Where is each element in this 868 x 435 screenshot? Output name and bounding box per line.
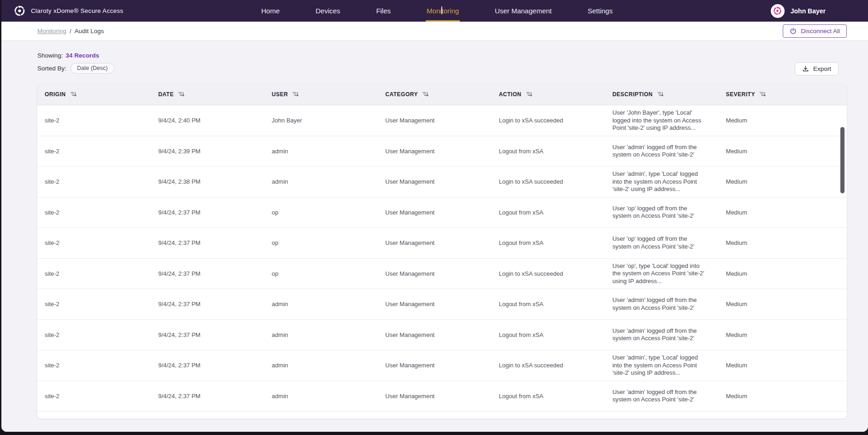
- description-text: User 'op', type 'Local' logged into the …: [612, 262, 705, 285]
- cell-description: User 'admin', type 'Local' logged into t…: [612, 170, 726, 193]
- cell-description: User 'admin', type 'Local' logged into t…: [612, 354, 726, 377]
- user-name: John Bayer: [791, 7, 826, 15]
- description-text: User 'admin' logged off from the system …: [612, 389, 705, 404]
- power-icon: [790, 28, 797, 35]
- nav-item-user-management[interactable]: User Management: [494, 0, 552, 22]
- nav-item-label: User Management: [495, 7, 551, 15]
- column-header-date[interactable]: DATE: [158, 91, 271, 98]
- cell-origin: site-2: [45, 301, 158, 307]
- nav-item-monitoring[interactable]: Monitoring: [426, 0, 460, 22]
- cell-action: Login to xSA succeeded: [499, 362, 612, 369]
- showing-line: Showing:34 Records: [37, 52, 847, 59]
- export-button[interactable]: Export: [795, 62, 839, 75]
- cell-description: User 'admin' logged off from the system …: [612, 389, 726, 404]
- nav-item-label: Monitoring: [427, 7, 459, 15]
- cell-origin: site-2: [45, 178, 158, 185]
- table-row: site-29/4/24, 2:38 PMadminUser Managemen…: [37, 167, 847, 197]
- table-scrollbar-thumb[interactable]: [840, 127, 845, 193]
- cell-user: admin: [272, 178, 385, 185]
- cell-user: op: [272, 239, 385, 246]
- column-header-action[interactable]: ACTION: [499, 91, 612, 98]
- cell-category: User Management: [385, 331, 499, 338]
- cell-action: Login to xSA succeeded: [499, 117, 612, 124]
- text-caret: [441, 6, 442, 14]
- app-title: Claroty xDome® Secure Access: [31, 7, 123, 14]
- sort-filter-icon[interactable]: [422, 91, 429, 97]
- column-header-user[interactable]: USER: [272, 91, 385, 98]
- cell-user: admin: [272, 301, 385, 307]
- column-header-description[interactable]: DESCRIPTION: [612, 91, 726, 98]
- cell-origin: site-2: [45, 148, 158, 155]
- cell-action: Logout from xSA: [499, 148, 612, 155]
- nav-item-home[interactable]: Home: [260, 0, 281, 22]
- sort-filter-icon[interactable]: [657, 91, 664, 97]
- cell-user: John Bayer: [272, 117, 385, 124]
- cell-action: Login to xSA succeeded: [499, 270, 612, 277]
- cell-severity: Medium: [726, 239, 839, 246]
- cell-user: admin: [272, 331, 385, 338]
- app-window: Claroty xDome® Secure Access HomeDevices…: [1, 0, 868, 432]
- cell-date: 9/4/24, 2:37 PM: [158, 362, 271, 369]
- showing-label: Showing:: [37, 52, 63, 59]
- column-header-origin[interactable]: ORIGIN: [45, 91, 158, 98]
- cell-description: User 'John Bayer', type 'Local' logged i…: [612, 109, 726, 132]
- sort-filter-icon[interactable]: [759, 91, 766, 97]
- nav-item-files[interactable]: Files: [375, 0, 392, 22]
- cell-severity: Medium: [726, 209, 839, 216]
- nav-item-label: Home: [261, 7, 280, 15]
- nav-item-settings[interactable]: Settings: [587, 0, 614, 22]
- cell-origin: site-2: [45, 239, 158, 246]
- cell-severity: Medium: [726, 178, 839, 185]
- table-row: site-29/4/24, 2:37 PMopUser ManagementLo…: [37, 197, 847, 228]
- column-header-category[interactable]: CATEGORY: [385, 91, 499, 98]
- cell-severity: Medium: [726, 148, 839, 155]
- table-row: site-29/4/24, 2:37 PMopUser ManagementLo…: [37, 228, 847, 259]
- top-navbar: Claroty xDome® Secure Access HomeDevices…: [1, 0, 868, 22]
- sort-filter-icon[interactable]: [526, 91, 533, 97]
- breadcrumb-link-monitoring[interactable]: Monitoring: [37, 28, 66, 35]
- cell-category: User Management: [385, 209, 499, 216]
- breadcrumb: Monitoring / Audit Logs: [37, 28, 104, 35]
- cell-date: 9/4/24, 2:37 PM: [158, 209, 271, 216]
- column-header-severity[interactable]: SEVERITY: [726, 91, 839, 98]
- cell-action: Logout from xSA: [499, 239, 612, 246]
- main-content: Showing:34 Records Sorted By: Date (Desc…: [1, 41, 868, 432]
- cell-origin: site-2: [45, 331, 158, 338]
- sort-filter-icon[interactable]: [292, 91, 299, 97]
- description-text: User 'admin', type 'Local' logged into t…: [612, 170, 705, 193]
- disconnect-all-label: Disconnect All: [801, 28, 840, 35]
- nav-item-devices[interactable]: Devices: [315, 0, 341, 22]
- record-count: 34 Records: [66, 52, 100, 59]
- cell-origin: site-2: [45, 393, 158, 400]
- cell-date: 9/4/24, 2:37 PM: [158, 393, 271, 400]
- disconnect-all-button[interactable]: Disconnect All: [783, 24, 847, 38]
- export-label: Export: [813, 65, 831, 72]
- description-text: User 'admin', type 'Local' logged into t…: [612, 354, 705, 377]
- description-text: User 'John Bayer', type 'Local' logged i…: [612, 109, 705, 132]
- cell-action: Login to xSA succeeded: [499, 178, 612, 185]
- claroty-avatar-logo-icon: [773, 6, 782, 15]
- download-icon: [802, 65, 809, 72]
- sort-chip[interactable]: Date (Desc): [70, 63, 114, 74]
- claroty-logo-icon: [13, 5, 25, 17]
- cell-severity: Medium: [726, 362, 839, 369]
- cell-severity: Medium: [726, 393, 839, 400]
- cell-category: User Management: [385, 393, 499, 400]
- sort-filter-icon[interactable]: [178, 91, 185, 97]
- column-header-label: DATE: [158, 91, 174, 98]
- cell-category: User Management: [385, 362, 499, 369]
- table-row: site-29/4/24, 2:40 PMJohn BayerUser Mana…: [37, 105, 847, 136]
- cell-severity: Medium: [726, 301, 839, 307]
- cell-description: User 'admin' logged off from the system …: [612, 327, 726, 342]
- cell-date: 9/4/24, 2:37 PM: [158, 301, 271, 307]
- cell-severity: Medium: [726, 331, 839, 338]
- cell-date: 9/4/24, 2:37 PM: [158, 270, 271, 277]
- cell-user: admin: [272, 148, 385, 155]
- breadcrumb-bar: Monitoring / Audit Logs Disconnect All: [1, 22, 868, 41]
- column-header-label: ORIGIN: [45, 91, 66, 98]
- user-avatar[interactable]: [771, 4, 785, 18]
- description-text: User 'op' logged off from the system on …: [612, 235, 705, 250]
- cell-date: 9/4/24, 2:38 PM: [158, 178, 271, 185]
- user-menu[interactable]: John Bayer: [771, 0, 826, 22]
- sort-filter-icon[interactable]: [70, 91, 77, 97]
